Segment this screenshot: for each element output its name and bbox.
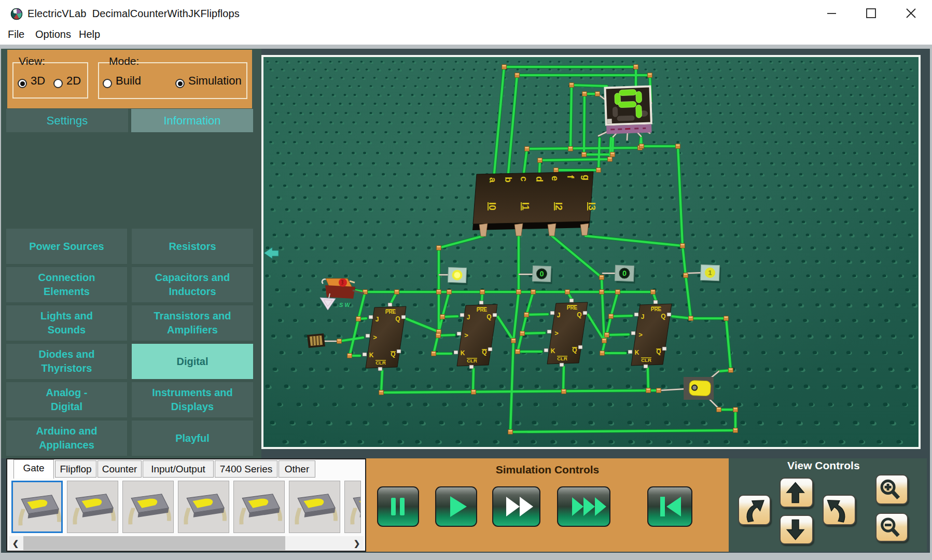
svg-text:Q: Q [395,315,400,323]
svg-text:K: K [461,349,465,357]
svg-text:I3: I3 [587,202,597,211]
svg-text:J: J [467,314,470,321]
svg-text:K: K [551,347,555,355]
svg-text:J: J [557,312,561,319]
svg-text:>: > [638,331,643,339]
svg-text:0: 0 [539,270,544,278]
svg-text:Q: Q [577,311,581,318]
svg-text:c: c [519,176,529,181]
svg-text:f: f [565,175,576,179]
svg-text:I2: I2 [553,202,564,211]
svg-text:e: e [550,176,560,181]
svg-text:K: K [369,352,374,359]
svg-text:d: d [534,176,545,182]
svg-text:Q: Q [661,313,665,320]
svg-text:I0: I0 [487,202,498,211]
svg-text:>: > [554,329,559,337]
svg-text:I1: I1 [520,202,531,211]
svg-text:1: 1 [708,269,712,276]
svg-text:>: > [464,331,468,339]
svg-text:K: K [635,349,639,356]
svg-text:S W: S W [339,302,351,308]
svg-text:J: J [641,313,645,320]
svg-text:g: g [581,175,591,180]
svg-text:Q: Q [486,313,491,320]
svg-text:b: b [503,177,513,183]
svg-text:0: 0 [622,269,627,277]
svg-text:a: a [488,177,498,183]
svg-text:>: > [373,333,377,341]
svg-text:J: J [375,316,379,323]
